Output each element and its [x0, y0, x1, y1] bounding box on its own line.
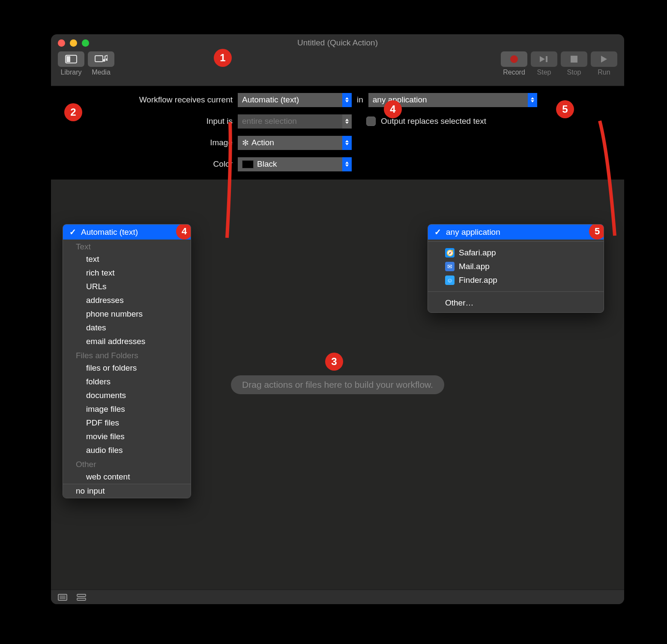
list-view-icon[interactable]	[77, 594, 86, 601]
window-titlebar: Untitled (Quick Action)	[51, 34, 624, 51]
popup-input-type-footer: no input	[63, 484, 191, 498]
label-color: Color	[61, 159, 233, 169]
popup-application-selected-label: any application	[446, 228, 598, 237]
svg-marker-5	[540, 56, 545, 62]
popup-item[interactable]: image files	[63, 402, 191, 416]
minimize-icon[interactable]	[70, 39, 77, 47]
popup-application[interactable]: ✓ any application 5 🧭Safari.app✉︎Mail.ap…	[428, 224, 604, 313]
popup-item[interactable]: URLs	[63, 280, 191, 294]
workflow-config: Workflow receives current Automatic (tex…	[51, 86, 624, 180]
zoom-icon[interactable]	[82, 39, 89, 47]
popup-item-app[interactable]: ✉︎Mail.app	[428, 260, 604, 273]
popup-item[interactable]: movie files	[63, 430, 191, 443]
popup-item[interactable]: dates	[63, 321, 191, 335]
popup-item[interactable]: addresses	[63, 294, 191, 307]
window-title: Untitled (Quick Action)	[51, 38, 624, 48]
stop-button[interactable]: Stop	[561, 51, 587, 76]
stop-icon	[571, 56, 577, 63]
media-icon	[95, 54, 108, 64]
record-button[interactable]: Record	[501, 51, 527, 76]
library-label: Library	[61, 69, 82, 76]
annotation-5-in-popup: 5	[589, 224, 604, 240]
popup-item[interactable]: files or folders	[63, 361, 191, 375]
select-color-value: Black	[257, 159, 277, 169]
svg-rect-13	[77, 598, 86, 600]
popup-item[interactable]: rich text	[63, 266, 191, 280]
select-color[interactable]: Black	[238, 157, 352, 171]
app-label: Finder.app	[459, 276, 497, 285]
popup-item[interactable]: documents	[63, 389, 191, 402]
label-in: in	[357, 95, 363, 105]
canvas-placeholder: Drag actions or files here to build your…	[231, 375, 444, 394]
popup-item[interactable]: folders	[63, 375, 191, 389]
stage: Untitled (Quick Action) Library	[0, 0, 667, 644]
config-row-input: Input is entire selection Output replace…	[61, 114, 614, 129]
config-row-receives: Workflow receives current Automatic (tex…	[61, 92, 614, 108]
stop-label: Stop	[567, 69, 581, 76]
record-icon	[510, 55, 518, 63]
label-output-replaces: Output replaces selected text	[381, 117, 486, 126]
popup-input-type-selected[interactable]: ✓ Automatic (text) 4	[63, 225, 191, 240]
config-row-image: Image ✻ Action	[61, 135, 614, 150]
popup-application-list: 🧭Safari.app✉︎Mail.app☺︎Finder.app	[428, 243, 604, 290]
annotation-2: 2	[64, 103, 82, 121]
stepper-icon	[342, 136, 352, 150]
close-icon[interactable]	[58, 39, 65, 47]
traffic-lights	[51, 39, 89, 47]
label-receives: Workflow receives current	[61, 95, 233, 105]
popup-item-app[interactable]: ☺︎Finder.app	[428, 273, 604, 287]
popup-item[interactable]: email addresses	[63, 335, 191, 348]
app-label: Safari.app	[459, 248, 496, 258]
popup-item[interactable]: phone numbers	[63, 307, 191, 321]
popup-item[interactable]: PDF files	[63, 416, 191, 430]
play-icon	[600, 55, 608, 63]
select-input-type[interactable]: Automatic (text)	[238, 93, 352, 107]
toolbar-right: Record Step Stop	[501, 51, 617, 76]
log-view-icon[interactable]	[58, 594, 67, 601]
popup-group-title: Files and Folders	[63, 348, 191, 361]
checkmark-icon: ✓	[434, 227, 442, 237]
popup-group-title: Text	[63, 240, 191, 252]
library-toggle[interactable]: Library	[58, 51, 84, 76]
annotation-1: 1	[214, 49, 232, 67]
app-icon: 🧭	[445, 248, 455, 258]
svg-marker-7	[601, 56, 607, 63]
select-image-value: Action	[251, 138, 274, 147]
popup-item-no-input[interactable]: no input	[63, 484, 191, 498]
step-icon	[539, 55, 549, 63]
popup-application-footer: Other…	[428, 294, 604, 312]
select-image[interactable]: ✻ Action	[238, 136, 352, 150]
checkbox-output-replaces[interactable]	[366, 117, 376, 126]
sidebar-icon	[65, 55, 77, 63]
popup-input-type-list: Texttextrich textURLsaddressesphone numb…	[63, 240, 191, 484]
step-button[interactable]: Step	[531, 51, 557, 76]
stepper-icon	[342, 114, 352, 129]
media-button[interactable]: Media	[88, 51, 114, 76]
svg-rect-6	[546, 56, 547, 62]
popup-application-selected[interactable]: ✓ any application 5	[428, 225, 604, 240]
popup-item-other-app[interactable]: Other…	[428, 296, 604, 310]
record-label: Record	[503, 69, 525, 76]
popup-item[interactable]: text	[63, 252, 191, 266]
popup-item-app[interactable]: 🧭Safari.app	[428, 246, 604, 260]
svg-rect-12	[77, 594, 86, 596]
media-label: Media	[92, 69, 111, 76]
app-icon: ✉︎	[445, 262, 455, 271]
svg-rect-1	[66, 56, 70, 62]
run-button[interactable]: Run	[591, 51, 617, 76]
popup-item[interactable]: audio files	[63, 443, 191, 457]
annotation-3: 3	[325, 353, 343, 371]
popup-group-title: Other	[63, 457, 191, 470]
popup-input-type-selected-label: Automatic (text)	[81, 228, 185, 237]
popup-item[interactable]: web content	[63, 470, 191, 484]
select-input-type-value: Automatic (text)	[242, 95, 299, 105]
label-input-is: Input is	[61, 117, 233, 126]
color-swatch	[242, 160, 254, 168]
stepper-icon	[528, 93, 537, 107]
annotation-4-in-popup: 4	[176, 224, 191, 240]
popup-input-type[interactable]: ✓ Automatic (text) 4 Texttextrich textUR…	[63, 224, 191, 498]
annotation-5-on-select: 5	[556, 100, 574, 118]
label-image: Image	[61, 138, 233, 147]
checkmark-icon: ✓	[69, 227, 77, 237]
app-icon: ☺︎	[445, 276, 455, 285]
